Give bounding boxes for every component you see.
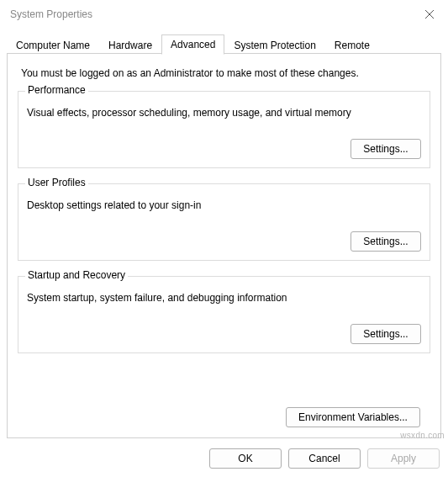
env-row: Environment Variables... <box>18 405 430 427</box>
group-performance-row: Settings... <box>27 139 421 159</box>
cancel-button[interactable]: Cancel <box>288 448 361 469</box>
tab-hardware[interactable]: Hardware <box>99 35 161 55</box>
group-user-profiles: User Profiles Desktop settings related t… <box>18 183 430 261</box>
ok-button[interactable]: OK <box>209 448 282 469</box>
group-performance: Performance Visual effects, processor sc… <box>18 91 430 168</box>
close-button[interactable] <box>419 4 440 24</box>
environment-variables-button[interactable]: Environment Variables... <box>286 407 420 427</box>
advanced-panel: You must be logged on as an Administrato… <box>7 54 441 438</box>
startup-settings-button[interactable]: Settings... <box>350 324 421 344</box>
tab-system-protection[interactable]: System Protection <box>224 35 324 55</box>
window-title: System Properties <box>10 8 92 20</box>
group-startup: Startup and Recovery System startup, sys… <box>18 276 430 353</box>
group-startup-legend: Startup and Recovery <box>25 269 128 281</box>
performance-settings-button[interactable]: Settings... <box>350 139 421 159</box>
tab-advanced[interactable]: Advanced <box>161 34 224 55</box>
dialog-button-row: OK Cancel Apply <box>0 438 448 477</box>
titlebar: System Properties <box>0 0 448 27</box>
group-performance-desc: Visual effects, processor scheduling, me… <box>27 107 421 119</box>
tab-computer-name[interactable]: Computer Name <box>7 35 99 55</box>
group-user-profiles-legend: User Profiles <box>25 177 88 188</box>
tab-strip: Computer Name Hardware Advanced System P… <box>0 27 448 54</box>
group-user-profiles-desc: Desktop settings related to your sign-in <box>27 199 421 211</box>
user-profiles-settings-button[interactable]: Settings... <box>350 231 421 252</box>
close-icon <box>425 10 434 19</box>
group-performance-legend: Performance <box>25 84 88 96</box>
group-startup-row: Settings... <box>27 324 421 344</box>
apply-button[interactable]: Apply <box>367 448 440 469</box>
group-user-profiles-row: Settings... <box>27 231 421 252</box>
tab-remote[interactable]: Remote <box>325 35 379 55</box>
group-startup-desc: System startup, system failure, and debu… <box>27 292 421 304</box>
